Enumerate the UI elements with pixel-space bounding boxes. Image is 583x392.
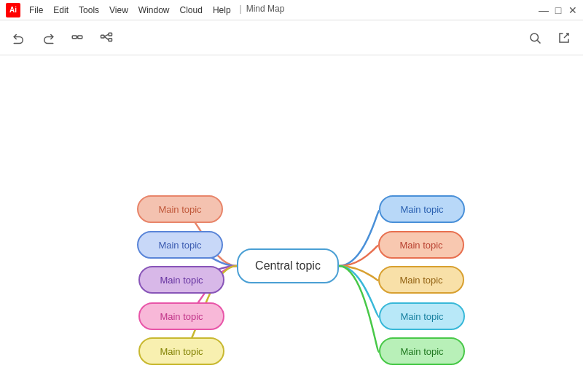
svg-rect-4 — [109, 33, 112, 36]
search-button[interactable] — [525, 28, 545, 48]
titlebar-right: — □ ✕ — [539, 6, 577, 15]
menu-bar: File Edit Tools View Window Cloud Help |… — [25, 4, 284, 17]
insert-button[interactable] — [67, 28, 87, 48]
menu-help[interactable]: Help — [208, 4, 235, 17]
svg-rect-5 — [109, 38, 112, 41]
svg-line-9 — [537, 40, 540, 43]
svg-rect-3 — [101, 35, 105, 38]
central-topic-label: Central topic — [255, 259, 321, 273]
redo-icon — [42, 31, 55, 44]
menu-window[interactable]: Window — [134, 4, 174, 17]
left-node-2-label: Main topic — [158, 240, 201, 251]
left-node-4-label: Main topic — [160, 311, 203, 322]
minimize-button[interactable]: — — [539, 6, 548, 15]
undo-button[interactable] — [9, 28, 29, 48]
menu-edit[interactable]: Edit — [49, 4, 73, 17]
toolbar — [0, 20, 583, 55]
left-node-5-label: Main topic — [160, 346, 203, 357]
toolbar-right — [525, 28, 574, 48]
left-node-3[interactable]: Main topic — [138, 266, 224, 294]
redo-button[interactable] — [38, 28, 58, 48]
left-node-1[interactable]: Main topic — [137, 195, 223, 223]
menu-view[interactable]: View — [105, 4, 133, 17]
svg-point-8 — [531, 34, 539, 42]
right-node-2[interactable]: Main topic — [378, 231, 464, 259]
canvas: Central topic Main topic Main topic Main… — [0, 55, 583, 392]
left-node-5[interactable]: Main topic — [138, 337, 224, 365]
mindmap-svg — [0, 55, 583, 392]
titlebar-left: Ai File Edit Tools View Window Cloud Hel… — [6, 3, 284, 17]
left-node-4[interactable]: Main topic — [138, 302, 224, 330]
svg-rect-0 — [72, 36, 77, 39]
svg-rect-1 — [78, 36, 82, 39]
share-icon — [557, 31, 571, 44]
central-topic[interactable]: Central topic — [237, 248, 339, 283]
menu-file[interactable]: File — [25, 4, 47, 17]
right-node-4-label: Main topic — [400, 311, 443, 322]
share-button[interactable] — [554, 28, 574, 48]
left-node-2[interactable]: Main topic — [137, 231, 223, 259]
right-node-3-label: Main topic — [399, 275, 442, 286]
svg-line-10 — [564, 34, 568, 38]
svg-line-7 — [104, 36, 109, 40]
menu-tools[interactable]: Tools — [74, 4, 103, 17]
adobe-logo-text: Ai — [9, 6, 17, 14]
right-node-1-label: Main topic — [400, 204, 443, 215]
svg-line-6 — [104, 34, 109, 36]
right-node-5[interactable]: Main topic — [379, 337, 465, 365]
app-name: Mind Map — [246, 4, 285, 17]
search-icon — [528, 31, 541, 44]
separator: | — [240, 4, 242, 17]
adobe-icon: Ai — [6, 3, 20, 17]
right-node-1[interactable]: Main topic — [379, 195, 465, 223]
maximize-button[interactable]: □ — [554, 6, 563, 15]
right-node-2-label: Main topic — [399, 240, 442, 251]
left-node-3-label: Main topic — [160, 275, 203, 286]
undo-icon — [12, 31, 26, 44]
close-button[interactable]: ✕ — [568, 6, 577, 15]
menu-cloud[interactable]: Cloud — [176, 4, 207, 17]
titlebar: Ai File Edit Tools View Window Cloud Hel… — [0, 0, 583, 20]
right-node-5-label: Main topic — [400, 346, 443, 357]
toolbar-left — [9, 28, 117, 48]
insert-icon — [71, 31, 84, 44]
left-node-1-label: Main topic — [158, 204, 201, 215]
right-node-3[interactable]: Main topic — [378, 266, 464, 294]
right-node-4[interactable]: Main topic — [379, 302, 465, 330]
layout-button[interactable] — [96, 28, 117, 48]
layout-icon — [100, 31, 113, 44]
